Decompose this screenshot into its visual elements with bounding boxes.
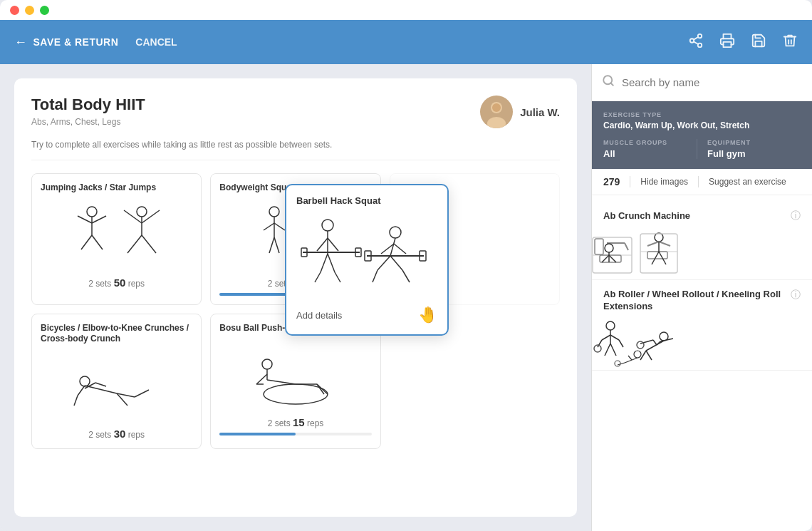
content-area: Total Body HIIT Abs, Arms, Chest, Legs J… [0, 64, 591, 531]
svg-line-46 [95, 383, 106, 386]
svg-line-41 [74, 396, 78, 406]
exercise-illustration [41, 351, 192, 422]
svg-line-55 [317, 384, 328, 394]
svg-line-75 [373, 270, 378, 282]
svg-line-51 [256, 374, 267, 384]
dot-green[interactable] [40, 6, 49, 15]
filter-row: MUSCLE GROUPS All EQUIPMENT Full gym [603, 139, 801, 159]
svg-line-39 [85, 386, 117, 393]
svg-point-10 [87, 207, 97, 217]
equipment-label: EQUIPMENT [707, 139, 801, 146]
svg-line-50 [267, 380, 296, 384]
back-arrow-icon: ← [14, 35, 28, 50]
svg-point-99 [606, 321, 615, 330]
exercise-count: 279 [603, 176, 620, 187]
svg-line-20 [127, 235, 142, 253]
svg-line-3 [694, 41, 698, 44]
exercise-sets: 2 sets 50 reps [41, 277, 192, 289]
share-icon[interactable] [688, 33, 704, 52]
svg-line-26 [269, 237, 274, 253]
workout-tags: Abs, Arms, Chest, Legs [31, 117, 145, 127]
svg-line-77 [402, 270, 410, 282]
svg-point-121 [615, 361, 620, 366]
svg-rect-91 [640, 234, 677, 273]
svg-line-105 [605, 344, 610, 356]
svg-line-19 [142, 210, 160, 223]
svg-point-67 [390, 227, 401, 238]
svg-line-106 [610, 344, 616, 356]
filter-bottom: 279 Hide images Suggest an exercise [592, 169, 812, 195]
svg-line-85 [625, 243, 628, 250]
search-input[interactable] [622, 76, 802, 88]
exercise-type-value: Cardio, Warm Up, Work Out, Stretch [603, 120, 801, 130]
exercise-sets: 2 sets 30 reps [41, 428, 192, 440]
svg-point-56 [322, 220, 333, 231]
search-icon [602, 74, 615, 91]
svg-line-115 [646, 351, 652, 360]
svg-line-76 [390, 256, 402, 270]
svg-line-43 [135, 390, 149, 397]
exercise-list-name: Ab Crunch Machine [603, 210, 785, 222]
svg-point-48 [262, 359, 272, 369]
equipment-value: Full gym [707, 148, 801, 159]
print-icon[interactable] [719, 33, 735, 52]
exercise-list-name: Ab Roller / Wheel Rollout / Kneeling Rol… [603, 289, 785, 313]
trainer-info: Julia W. [480, 96, 560, 128]
dot-yellow[interactable] [25, 6, 34, 15]
exercise-name: Jumping Jacks / Star Jumps [41, 182, 192, 194]
trainer-name: Julia W. [520, 106, 560, 118]
svg-line-4 [694, 36, 698, 39]
svg-line-14 [81, 235, 92, 249]
svg-point-9 [492, 103, 501, 112]
floating-exercise-card: Barbell Hack Squat [285, 184, 449, 336]
svg-line-97 [652, 252, 659, 264]
svg-point-22 [269, 207, 279, 217]
save-return-button[interactable]: ← SAVE & RETURN [14, 35, 118, 50]
trainer-avatar [480, 96, 513, 128]
add-details-label[interactable]: Add details [296, 310, 342, 321]
suggest-exercise-button[interactable]: Suggest an exercise [709, 177, 786, 187]
svg-point-38 [80, 376, 90, 386]
svg-line-65 [328, 254, 335, 272]
exercise-illustration [41, 200, 192, 271]
save-return-label: SAVE & RETURN [33, 36, 119, 48]
exercise-type-label: EXERCISE TYPE [603, 111, 801, 118]
workout-info: Total Body HIIT Abs, Arms, Chest, Legs [31, 96, 145, 127]
svg-line-79 [610, 83, 613, 85]
svg-line-27 [274, 237, 279, 253]
delete-icon[interactable] [782, 33, 798, 52]
divider [698, 176, 699, 187]
svg-line-101 [602, 335, 610, 340]
list-item-content: Ab Crunch Machine ⓘ [603, 210, 801, 271]
floating-illustration [296, 213, 437, 299]
svg-line-98 [659, 252, 666, 264]
dot-red[interactable] [10, 6, 19, 15]
toolbar: ← SAVE & RETURN CANCEL [0, 20, 812, 64]
title-bar [0, 0, 812, 20]
exercises-list: Ab Crunch Machine ⓘ [592, 195, 812, 531]
exercise-list-illustration [603, 319, 667, 361]
muscle-groups-value: All [603, 148, 697, 159]
svg-line-58 [317, 238, 328, 251]
toolbar-left: ← SAVE & RETURN CANCEL [14, 35, 688, 50]
exercise-name: Bicycles / Elbow-to-Knee Crunches / Cros… [41, 323, 192, 345]
svg-rect-5 [724, 41, 732, 46]
svg-line-94 [647, 242, 659, 246]
workout-description: Try to complete all exercises while taki… [31, 140, 560, 160]
hide-images-button[interactable]: Hide images [640, 177, 688, 187]
main-layout: Total Body HIIT Abs, Arms, Chest, Legs J… [0, 64, 812, 531]
hand-pointer-icon: 🤚 [418, 306, 437, 324]
svg-point-90 [655, 233, 663, 242]
svg-line-18 [124, 210, 142, 223]
floating-card-title: Barbell Hack Squat [296, 195, 437, 206]
info-icon[interactable]: ⓘ [791, 210, 801, 222]
svg-line-24 [264, 223, 274, 230]
info-icon[interactable]: ⓘ [791, 289, 801, 301]
svg-line-40 [78, 386, 85, 396]
save-icon[interactable] [751, 33, 766, 52]
filter-section: EXERCISE TYPE Cardio, Warm Up, Work Out,… [592, 101, 812, 169]
svg-point-16 [137, 207, 147, 217]
cancel-button[interactable]: CANCEL [135, 36, 177, 48]
toolbar-right [688, 33, 798, 52]
svg-line-66 [335, 272, 340, 282]
